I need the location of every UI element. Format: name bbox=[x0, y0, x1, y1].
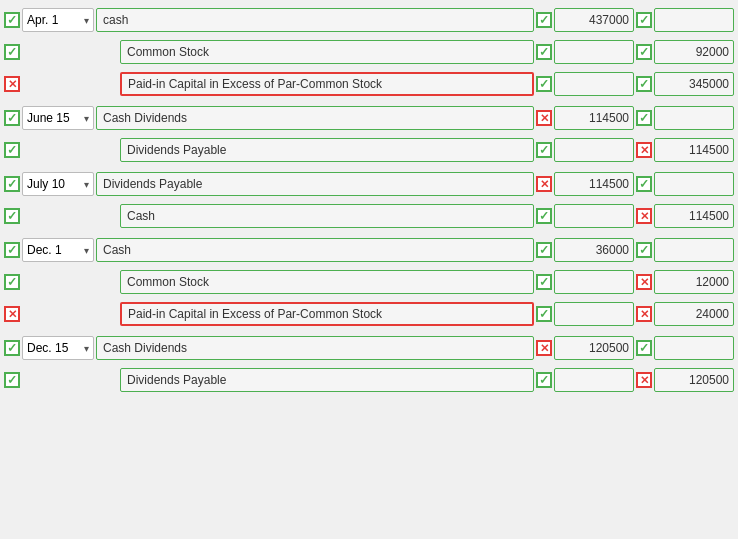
amount-field[interactable]: 0 bbox=[554, 302, 634, 326]
date-dropdown[interactable]: June 15 bbox=[22, 106, 94, 130]
checkbox[interactable] bbox=[4, 372, 20, 388]
journal-row: Common Stock092000 bbox=[0, 36, 738, 68]
journal-row: Apr. 1cash4370000 bbox=[0, 4, 738, 36]
amount-field[interactable]: 24000 bbox=[654, 302, 734, 326]
journal-row: Dividends Payable0120500 bbox=[0, 364, 738, 396]
amount-field[interactable]: 114500 bbox=[554, 106, 634, 130]
checkbox[interactable] bbox=[536, 176, 552, 192]
checkbox[interactable] bbox=[636, 340, 652, 356]
journal-row: Dec. 1Cash360000 bbox=[0, 234, 738, 266]
amount-field[interactable]: 120500 bbox=[654, 368, 734, 392]
journal-row: Paid-in Capital in Excess of Par-Common … bbox=[0, 68, 738, 100]
checkbox[interactable] bbox=[4, 340, 20, 356]
checkbox[interactable] bbox=[536, 76, 552, 92]
checkbox[interactable] bbox=[4, 12, 20, 28]
account-field[interactable]: cash bbox=[96, 8, 534, 32]
journal-row: June 15Cash Dividends1145000 bbox=[0, 102, 738, 134]
checkbox[interactable] bbox=[536, 242, 552, 258]
checkbox[interactable] bbox=[4, 44, 20, 60]
checkbox[interactable] bbox=[636, 372, 652, 388]
amount-field[interactable]: 437000 bbox=[554, 8, 634, 32]
entry-group: July 10Dividends Payable1145000Cash01145… bbox=[0, 168, 738, 232]
amount-field[interactable]: 0 bbox=[654, 172, 734, 196]
amount-field[interactable]: 12000 bbox=[654, 270, 734, 294]
amount-field[interactable]: 0 bbox=[654, 106, 734, 130]
date-dropdown[interactable]: July 10 bbox=[22, 172, 94, 196]
checkbox[interactable] bbox=[536, 12, 552, 28]
journal-row: Common Stock012000 bbox=[0, 266, 738, 298]
amount-field[interactable]: 36000 bbox=[554, 238, 634, 262]
account-field[interactable]: Dividends Payable bbox=[120, 138, 534, 162]
amount-field[interactable]: 114500 bbox=[554, 172, 634, 196]
checkbox[interactable] bbox=[536, 44, 552, 60]
account-field[interactable]: Dividends Payable bbox=[96, 172, 534, 196]
checkbox[interactable] bbox=[4, 242, 20, 258]
amount-field[interactable]: 345000 bbox=[654, 72, 734, 96]
checkbox[interactable] bbox=[636, 12, 652, 28]
checkbox[interactable] bbox=[636, 274, 652, 290]
account-field[interactable]: Cash bbox=[96, 238, 534, 262]
checkbox[interactable] bbox=[636, 76, 652, 92]
amount-field[interactable]: 0 bbox=[554, 138, 634, 162]
entry-group: Dec. 1Cash360000Common Stock012000Paid-i… bbox=[0, 234, 738, 330]
checkbox[interactable] bbox=[536, 340, 552, 356]
journal-row: July 10Dividends Payable1145000 bbox=[0, 168, 738, 200]
amount-field[interactable]: 0 bbox=[554, 270, 634, 294]
journal-entries: Apr. 1cash4370000Common Stock092000Paid-… bbox=[0, 0, 738, 402]
checkbox[interactable] bbox=[4, 274, 20, 290]
journal-row: Paid-in Capital in Excess of Par-Common … bbox=[0, 298, 738, 330]
amount-field[interactable]: 0 bbox=[654, 336, 734, 360]
account-field[interactable]: Common Stock bbox=[120, 40, 534, 64]
account-field[interactable]: Cash Dividends bbox=[96, 336, 534, 360]
date-dropdown[interactable]: Apr. 1 bbox=[22, 8, 94, 32]
checkbox[interactable] bbox=[4, 208, 20, 224]
amount-field[interactable]: 0 bbox=[554, 204, 634, 228]
entry-group: Dec. 15Cash Dividends1205000Dividends Pa… bbox=[0, 332, 738, 396]
account-field[interactable]: Cash Dividends bbox=[96, 106, 534, 130]
entry-group: Apr. 1cash4370000Common Stock092000Paid-… bbox=[0, 4, 738, 100]
checkbox[interactable] bbox=[636, 208, 652, 224]
amount-field[interactable]: 92000 bbox=[654, 40, 734, 64]
checkbox[interactable] bbox=[4, 176, 20, 192]
account-field[interactable]: Dividends Payable bbox=[120, 368, 534, 392]
account-field[interactable]: Paid-in Capital in Excess of Par-Common … bbox=[120, 72, 534, 96]
checkbox[interactable] bbox=[4, 142, 20, 158]
account-field[interactable]: Paid-in Capital in Excess of Par-Common … bbox=[120, 302, 534, 326]
account-field[interactable]: Common Stock bbox=[120, 270, 534, 294]
checkbox[interactable] bbox=[636, 44, 652, 60]
checkbox[interactable] bbox=[4, 76, 20, 92]
checkbox[interactable] bbox=[636, 176, 652, 192]
checkbox[interactable] bbox=[636, 110, 652, 126]
amount-field[interactable]: 0 bbox=[654, 8, 734, 32]
journal-row: Cash0114500 bbox=[0, 200, 738, 232]
checkbox[interactable] bbox=[536, 372, 552, 388]
checkbox[interactable] bbox=[4, 110, 20, 126]
checkbox[interactable] bbox=[536, 306, 552, 322]
checkbox[interactable] bbox=[636, 306, 652, 322]
checkbox[interactable] bbox=[4, 306, 20, 322]
account-field[interactable]: Cash bbox=[120, 204, 534, 228]
date-dropdown[interactable]: Dec. 1 bbox=[22, 238, 94, 262]
checkbox[interactable] bbox=[536, 274, 552, 290]
amount-field[interactable]: 0 bbox=[654, 238, 734, 262]
checkbox[interactable] bbox=[536, 208, 552, 224]
amount-field[interactable]: 120500 bbox=[554, 336, 634, 360]
journal-row: Dividends Payable0114500 bbox=[0, 134, 738, 166]
checkbox[interactable] bbox=[536, 142, 552, 158]
checkbox[interactable] bbox=[636, 242, 652, 258]
amount-field[interactable]: 114500 bbox=[654, 138, 734, 162]
checkbox[interactable] bbox=[536, 110, 552, 126]
date-dropdown[interactable]: Dec. 15 bbox=[22, 336, 94, 360]
amount-field[interactable]: 114500 bbox=[654, 204, 734, 228]
amount-field[interactable]: 0 bbox=[554, 72, 634, 96]
checkbox[interactable] bbox=[636, 142, 652, 158]
amount-field[interactable]: 0 bbox=[554, 40, 634, 64]
entry-group: June 15Cash Dividends1145000Dividends Pa… bbox=[0, 102, 738, 166]
journal-row: Dec. 15Cash Dividends1205000 bbox=[0, 332, 738, 364]
amount-field[interactable]: 0 bbox=[554, 368, 634, 392]
